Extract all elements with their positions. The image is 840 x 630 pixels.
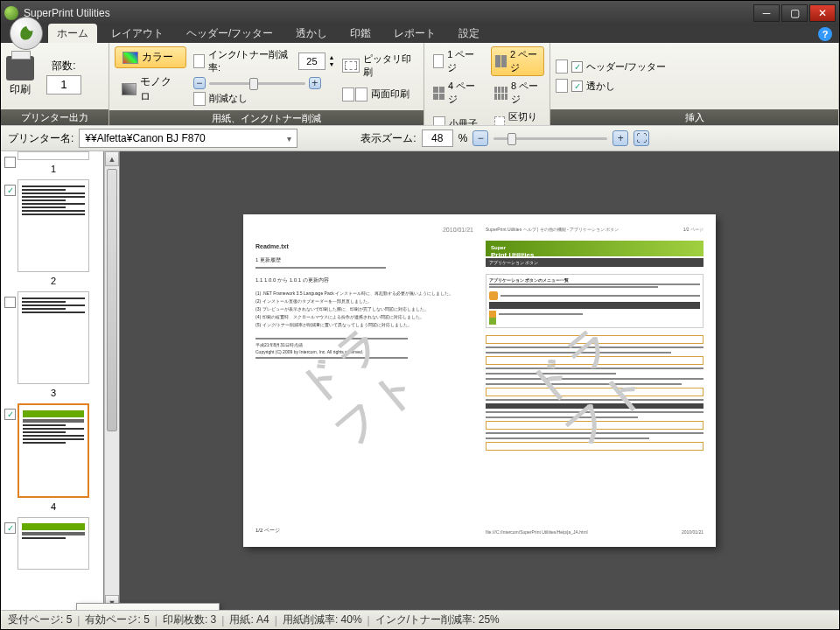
thumbnail-5[interactable] <box>18 517 89 570</box>
preview-page-right: ドラフト SuperPrint Utilities ヘルプ | その他の機能 -… <box>486 227 704 535</box>
zoom-out-button[interactable]: − <box>472 130 488 146</box>
page-icon <box>193 92 206 106</box>
window-controls: ─ ▢ ✕ <box>753 4 836 22</box>
tab-layout[interactable]: レイアウト <box>102 24 172 43</box>
thumbnail-1-partial[interactable] <box>18 151 89 160</box>
titlebar: SuperPrint Utilities ─ ▢ ✕ <box>1 1 839 25</box>
copies-label: 部数: <box>52 59 75 74</box>
tab-header-footer[interactable]: ヘッダー/フッター <box>178 24 282 43</box>
reduce-up[interactable]: ▲ <box>329 54 335 60</box>
thumb-checkbox[interactable]: ✓ <box>4 522 16 534</box>
layout-8page[interactable]: 8 ページ <box>491 79 544 107</box>
print-label: 印刷 <box>10 82 31 97</box>
zoom-percent: % <box>458 132 468 144</box>
status-valid: 有効ページ: 5 <box>85 612 149 627</box>
toolbar-secondary: プリンター名: ¥¥Alfetta¥Canon BJ F870 表示ズーム: 4… <box>1 125 839 151</box>
status-received: 受付ページ: 5 <box>8 612 72 627</box>
ribbon-group-insert: ✓ ヘッダー/フッター ✓ 透かし 挿入 <box>550 43 839 125</box>
thumb-checkbox[interactable] <box>4 297 16 308</box>
application-button[interactable] <box>10 17 43 50</box>
thumbnail-2[interactable] <box>18 179 89 272</box>
printer-name-label: プリンター名: <box>8 131 74 146</box>
scroll-up-icon[interactable]: ▲ <box>105 151 119 166</box>
status-paper: 用紙: A4 <box>229 612 269 627</box>
tab-settings[interactable]: 設定 <box>450 24 488 43</box>
thumbnail-scrollbar[interactable]: ▲ ▼ <box>104 151 119 610</box>
duplex-label: 両面印刷 <box>371 88 410 101</box>
thumb-checkbox[interactable] <box>4 157 16 168</box>
layout-1page[interactable]: 1 ページ <box>430 46 482 76</box>
status-sheets: 印刷枚数: 3 <box>163 612 216 627</box>
maximize-button[interactable]: ▢ <box>781 4 808 22</box>
duplex-button[interactable]: 両面印刷 <box>342 88 418 102</box>
tab-home[interactable]: ホーム <box>48 24 97 43</box>
workspace: 1 ✓ 2 3 ✓ 4 <box>1 151 839 610</box>
preview-brand-header: Super Print Utilities <box>486 241 704 256</box>
layout-4page[interactable]: 4 ページ <box>430 79 482 107</box>
copies-input[interactable] <box>46 75 81 94</box>
mono-label: モノクロ <box>140 74 179 104</box>
preview-canvas[interactable]: ドラフト 2010/01/21 Readme.txt 1 更新履歴 1.1 1.… <box>120 151 839 610</box>
no-reduce-label: 削減なし <box>209 92 248 105</box>
printer-name-value: ¥¥Alfetta¥Canon BJ F870 <box>85 132 205 144</box>
close-button[interactable]: ✕ <box>809 4 836 22</box>
zoom-value[interactable]: 48 <box>422 130 453 147</box>
reduce-slider[interactable] <box>209 76 305 90</box>
printer-icon <box>6 56 34 80</box>
zoom-in-button[interactable]: + <box>612 130 628 146</box>
ribbon: 印刷 部数: プリンター出力 カラー モノクロ <box>1 43 839 125</box>
thumbnail-4-selected[interactable] <box>18 403 89 498</box>
status-paper-reduce: 用紙削減率: 40% <box>283 612 362 627</box>
ribbon-group-paper-ink: カラー モノクロ インク/トナー削減率: 25 ▲▼ − <box>109 43 424 125</box>
checkbox-icon[interactable]: ✓ <box>571 61 583 73</box>
zoom-slider[interactable] <box>494 131 607 145</box>
tab-report[interactable]: レポート <box>385 24 444 43</box>
minimize-button[interactable]: ─ <box>753 4 780 22</box>
thumb-checkbox[interactable]: ✓ <box>4 185 16 196</box>
reduce-minus[interactable]: − <box>193 77 206 89</box>
printer-name-dropdown[interactable]: ¥¥Alfetta¥Canon BJ F870 <box>79 129 298 148</box>
context-menu: 空白ページを挿入する 削除 ページを有効にする ページを無効にする 全てのページ… <box>76 603 220 610</box>
tab-stamp[interactable]: 印鑑 <box>341 24 380 43</box>
reduce-label: インク/トナー削減率: <box>208 48 295 74</box>
preview-page-left: ドラフト 2010/01/21 Readme.txt 1 更新履歴 1.1 1.… <box>256 227 473 535</box>
ribbon-group-layout: 1 ページ 2 ページ 4 ページ 8 ページ 小冊子 区切り線 割付 <box>424 43 550 125</box>
ribbon-tabs: ホーム レイアウト ヘッダー/フッター 透かし 印鑑 レポート 設定 ? <box>1 25 839 43</box>
fit-print-label: ピッタリ印刷 <box>363 52 418 79</box>
app-icon <box>4 6 18 20</box>
app-window: SuperPrint Utilities ─ ▢ ✕ ホーム レイアウト ヘッダ… <box>0 0 840 630</box>
reduce-value[interactable]: 25 <box>298 52 325 70</box>
zoom-label: 表示ズーム: <box>360 131 416 146</box>
cm-insert-blank[interactable]: 空白ページを挿入する <box>79 606 217 610</box>
insert-header-footer[interactable]: ✓ ヘッダー/フッター <box>556 60 666 74</box>
color-swatch-icon <box>122 52 138 64</box>
thumbnail-panel: 1 ✓ 2 3 ✓ 4 <box>1 151 104 610</box>
checkbox-icon[interactable]: ✓ <box>571 80 583 92</box>
window-title: SuperPrint Utilities <box>24 7 753 19</box>
leaf-icon <box>18 24 35 42</box>
mono-swatch-icon <box>122 83 136 95</box>
mono-mode-button[interactable]: モノクロ <box>115 72 186 107</box>
insert-watermark[interactable]: ✓ 透かし <box>556 79 666 93</box>
page-icon <box>193 54 205 68</box>
ribbon-group-label-2: 用紙、インク/トナー削減 <box>109 110 424 126</box>
help-button[interactable]: ? <box>818 27 832 41</box>
copies-spinner: 部数: <box>46 59 81 94</box>
color-mode-button[interactable]: カラー <box>115 46 186 68</box>
print-button[interactable]: 印刷 <box>6 56 34 97</box>
statusbar: 受付ページ: 5| 有効ページ: 5| 印刷枚数: 3| 用紙: A4| 用紙削… <box>1 610 839 629</box>
status-ink-reduce: インク/トナー削減率: 25% <box>375 612 500 627</box>
reduce-plus[interactable]: + <box>309 77 321 89</box>
thumbnail-3[interactable] <box>18 291 89 384</box>
zoom-fit-button[interactable]: ⛶ <box>634 130 649 146</box>
ribbon-group-label-1: プリンター出力 <box>1 109 108 125</box>
tab-watermark[interactable]: 透かし <box>287 24 336 43</box>
no-reduce-button[interactable]: 削減なし <box>193 92 335 106</box>
thumb-checkbox[interactable]: ✓ <box>4 409 16 420</box>
color-label: カラー <box>142 50 173 65</box>
reduce-down[interactable]: ▼ <box>329 61 335 67</box>
fit-print-button[interactable]: ピッタリ印刷 <box>342 52 418 79</box>
layout-2page[interactable]: 2 ページ <box>491 46 544 76</box>
ribbon-group-printer-output: 印刷 部数: プリンター出力 <box>1 43 109 125</box>
ribbon-group-label-4: 挿入 <box>550 109 838 125</box>
